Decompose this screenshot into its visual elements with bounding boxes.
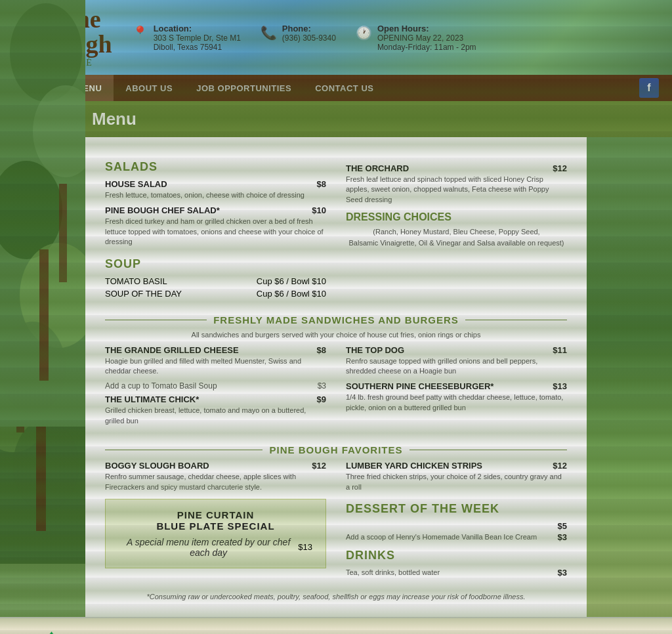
- main-wrapper: SALADS HOUSE SALAD $8 Fresh lettuce, tom…: [0, 137, 672, 617]
- side-image-right: [587, 137, 672, 617]
